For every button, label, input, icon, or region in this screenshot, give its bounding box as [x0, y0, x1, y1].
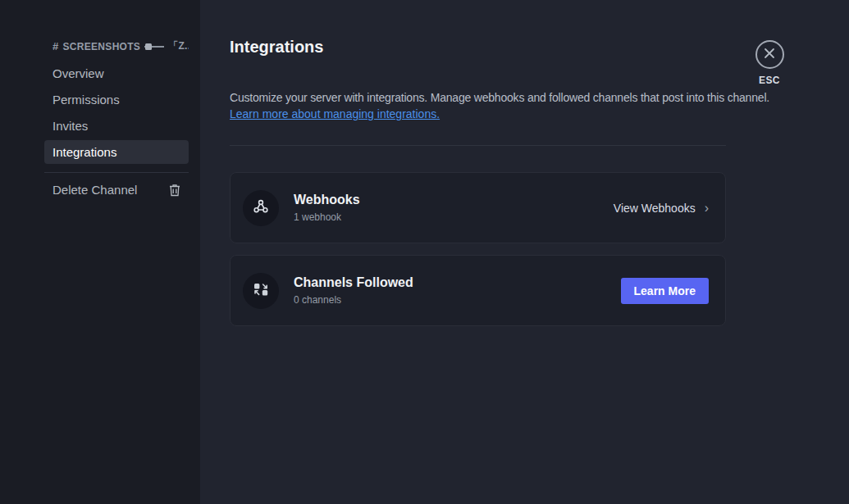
learn-more-button[interactable]: Learn More: [621, 278, 709, 304]
close-icon: [764, 48, 775, 62]
channels-follow-icon: [253, 281, 269, 301]
webhooks-card[interactable]: Webhooks 1 webhook View Webhooks ›: [230, 172, 726, 243]
webhook-icon: [251, 197, 271, 220]
channel-name-suffix: 「Z...: [168, 39, 189, 53]
webhooks-card-title: Webhooks: [294, 193, 360, 207]
channels-follow-icon-circle: [243, 273, 279, 309]
settings-sidebar: # SCREENSHOTS 「Z... Overview Permissions…: [0, 0, 200, 504]
channels-followed-count: 0 channels: [294, 294, 413, 306]
sidebar-item-invites[interactable]: Invites: [44, 114, 189, 138]
integrations-description: Customize your server with integrations.…: [230, 90, 726, 106]
channels-followed-card-title: Channels Followed: [294, 275, 413, 290]
channel-name: SCREENSHOTS: [63, 41, 141, 52]
channel-settings-window: # SCREENSHOTS 「Z... Overview Permissions…: [0, 0, 849, 504]
sidebar-item-permissions[interactable]: Permissions: [44, 88, 189, 111]
page-title: Integrations: [230, 38, 726, 57]
learn-more-integrations-link[interactable]: Learn more about managing integrations.: [230, 107, 440, 122]
delete-channel-button[interactable]: Delete Channel: [44, 178, 189, 202]
delete-channel-label: Delete Channel: [52, 183, 137, 197]
esc-label: ESC: [755, 75, 784, 86]
integrations-panel: Integrations Customize your server with …: [200, 0, 849, 504]
sidebar-item-overview[interactable]: Overview: [44, 61, 189, 85]
chevron-right-icon: ›: [705, 202, 709, 215]
hash-icon: #: [52, 40, 59, 52]
channel-name-header: # SCREENSHOTS 「Z...: [44, 39, 189, 53]
sidebar-divider: [44, 172, 189, 173]
close-settings-control: ESC: [755, 40, 784, 86]
view-webhooks-button[interactable]: View Webhooks ›: [614, 202, 709, 215]
channels-followed-card: Channels Followed 0 channels Learn More: [230, 255, 726, 326]
webhook-icon-circle: [243, 190, 279, 226]
slider-icon: [144, 43, 164, 50]
sidebar-item-integrations[interactable]: Integrations: [44, 140, 189, 164]
close-button[interactable]: [755, 40, 784, 69]
trash-icon: [169, 184, 180, 197]
view-webhooks-label: View Webhooks: [614, 202, 696, 215]
webhooks-count: 1 webhook: [294, 211, 360, 223]
section-divider: [230, 145, 726, 146]
